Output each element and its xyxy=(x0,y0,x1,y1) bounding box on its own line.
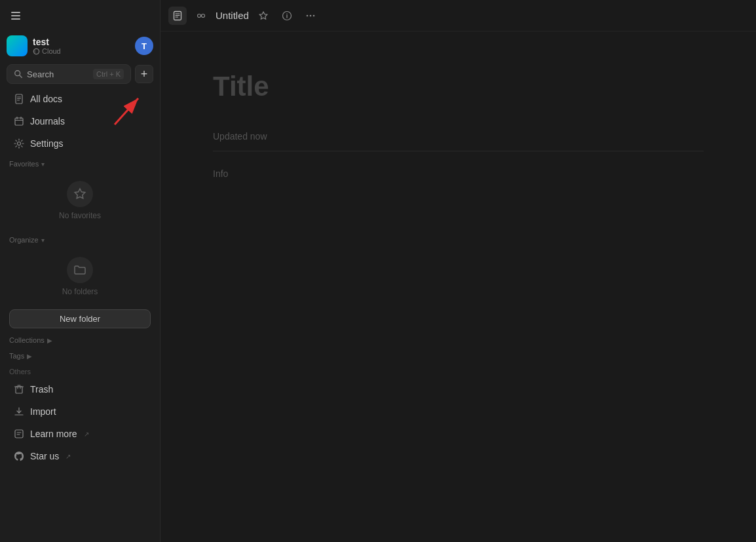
workspace-name: test xyxy=(33,37,130,47)
workspace-info: test Cloud xyxy=(33,37,130,55)
ai-view-button[interactable] xyxy=(192,7,210,25)
svg-point-13 xyxy=(18,142,21,145)
trash-icon xyxy=(13,383,25,395)
sidebar-item-learn-more[interactable]: Learn more ↗ xyxy=(4,423,156,444)
sidebar: test Cloud T Search Ctrl + K + xyxy=(0,0,161,542)
sidebar-item-journals[interactable]: Journals xyxy=(4,111,156,132)
workspace-row[interactable]: test Cloud T xyxy=(0,31,160,60)
star-us-label: Star us xyxy=(30,451,59,461)
favorites-header[interactable]: Favorites ▾ xyxy=(0,155,160,170)
all-docs-icon xyxy=(13,93,25,105)
search-row: Search Ctrl + K + xyxy=(0,60,160,88)
info-button[interactable] xyxy=(278,7,296,25)
sidebar-item-star-us[interactable]: Star us ↗ xyxy=(4,446,156,467)
organize-empty-text: No folders xyxy=(62,287,98,296)
organize-empty-icon xyxy=(67,257,93,283)
learn-more-icon xyxy=(13,428,25,440)
doc-title-toolbar: Untitled xyxy=(216,10,249,21)
favorites-empty-icon xyxy=(67,181,93,207)
star-button[interactable] xyxy=(254,7,273,25)
doc-view-button[interactable] xyxy=(168,7,187,25)
favorites-chevron: ▾ xyxy=(41,161,45,168)
star-us-external-icon: ↗ xyxy=(66,453,71,460)
new-folder-button[interactable]: New folder xyxy=(9,309,151,328)
favorites-label: Favorites xyxy=(9,160,39,168)
search-label: Search xyxy=(27,69,54,79)
more-button[interactable] xyxy=(301,7,320,25)
sidebar-item-settings[interactable]: Settings xyxy=(4,133,156,154)
organize-chevron: ▾ xyxy=(41,237,45,244)
favorites-empty-state: No favorites xyxy=(0,170,160,231)
svg-point-33 xyxy=(313,14,315,16)
github-icon xyxy=(13,450,25,462)
doc-divider xyxy=(213,151,704,151)
collections-header[interactable]: Collections ▶ xyxy=(0,331,160,347)
svg-rect-20 xyxy=(15,430,23,438)
others-label: Others xyxy=(0,362,160,378)
new-document-button[interactable]: + xyxy=(135,65,153,83)
svg-rect-1 xyxy=(11,15,20,16)
sidebar-item-trash[interactable]: Trash xyxy=(4,379,156,400)
search-shortcut: Ctrl + K xyxy=(93,69,124,79)
user-avatar: T xyxy=(135,37,153,55)
doc-info: Info xyxy=(213,166,704,182)
tags-header[interactable]: Tags ▶ xyxy=(0,347,160,362)
toolbar: Untitled xyxy=(161,0,756,31)
import-icon xyxy=(13,406,25,417)
collections-label: Collections xyxy=(9,336,45,344)
tags-chevron: ▶ xyxy=(27,353,32,360)
learn-more-label: Learn more xyxy=(30,429,77,439)
doc-updated: Updated now xyxy=(213,128,704,144)
doc-meta: Updated now Info xyxy=(213,128,704,182)
organize-label: Organize xyxy=(9,236,39,244)
svg-rect-2 xyxy=(11,18,20,20)
svg-rect-9 xyxy=(15,118,23,125)
svg-point-32 xyxy=(310,14,312,16)
collections-chevron: ▶ xyxy=(47,337,52,344)
sidebar-topbar xyxy=(0,0,160,31)
search-icon xyxy=(14,69,23,79)
journals-icon xyxy=(13,115,25,127)
settings-icon xyxy=(13,138,25,149)
sidebar-item-all-docs[interactable]: All docs xyxy=(4,88,156,109)
search-button[interactable]: Search Ctrl + K xyxy=(7,64,131,84)
organize-empty-state: No folders xyxy=(0,246,160,307)
doc-content: Title Updated now Info xyxy=(161,31,756,542)
journals-label: Journals xyxy=(30,116,65,126)
tags-label: Tags xyxy=(9,352,24,360)
sidebar-toggle-button[interactable] xyxy=(7,7,25,25)
svg-line-4 xyxy=(20,75,22,78)
trash-label: Trash xyxy=(30,384,53,395)
workspace-icon xyxy=(7,35,28,56)
svg-rect-0 xyxy=(11,12,20,13)
learn-more-external-icon: ↗ xyxy=(84,431,89,438)
svg-point-25 xyxy=(198,14,201,17)
svg-point-26 xyxy=(202,14,205,17)
settings-label: Settings xyxy=(30,138,64,149)
sidebar-item-import[interactable]: Import xyxy=(4,401,156,422)
main-area: Untitled Title Updated now xyxy=(161,0,756,542)
organize-header[interactable]: Organize ▾ xyxy=(0,231,160,246)
import-label: Import xyxy=(30,406,56,417)
svg-point-31 xyxy=(307,14,309,16)
svg-rect-14 xyxy=(16,387,22,393)
svg-point-30 xyxy=(286,13,287,14)
all-docs-label: All docs xyxy=(30,94,62,104)
workspace-sub: Cloud xyxy=(33,47,130,55)
favorites-empty-text: No favorites xyxy=(59,211,101,220)
doc-title[interactable]: Title xyxy=(213,71,704,102)
